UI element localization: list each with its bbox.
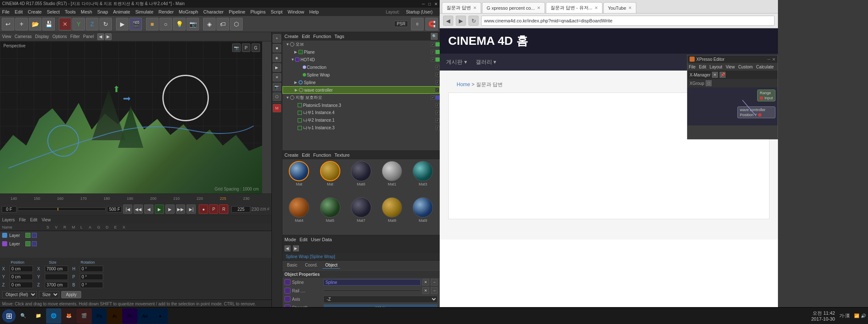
- menu-edit[interactable]: Edit: [15, 9, 23, 14]
- skip-end-btn[interactable]: ▶|: [186, 204, 196, 214]
- attr-spline-arrow[interactable]: →: [431, 279, 438, 286]
- select-x[interactable]: ✕: [59, 18, 71, 30]
- forward-btn[interactable]: ▶: [456, 16, 466, 26]
- undo-btn[interactable]: ↩: [2, 18, 14, 30]
- xpresso-menu-calculate[interactable]: Calculate: [756, 65, 774, 69]
- apply-button[interactable]: Apply: [61, 291, 81, 298]
- rot-p-input[interactable]: [80, 274, 103, 280]
- cb-new[interactable]: +: [273, 34, 281, 43]
- attr-spline-value[interactable]: Spline: [323, 279, 421, 286]
- mat-item-mat5[interactable]: Mat5: [315, 197, 345, 233]
- vc-cam[interactable]: 📷: [232, 44, 241, 52]
- cb-light[interactable]: ☀: [273, 73, 281, 82]
- render-btn[interactable]: 🎬: [129, 18, 142, 30]
- xpresso-menu-layout[interactable]: Layout: [709, 65, 722, 69]
- browser-taskbar-btn[interactable]: 🌐: [46, 308, 61, 324]
- menu-render[interactable]: Render: [159, 9, 174, 14]
- menu-plugins[interactable]: Plugins: [250, 9, 266, 14]
- maximize-btn[interactable]: □: [428, 2, 431, 6]
- mat-item-mat3[interactable]: Mat3: [408, 161, 438, 196]
- menu-mograph[interactable]: MoGraph: [179, 9, 198, 14]
- xpresso-menu-custom[interactable]: Custom: [738, 65, 753, 69]
- c4d-taskbar-btn[interactable]: 🎬: [77, 308, 92, 324]
- vis-plane[interactable]: ✓: [431, 50, 435, 54]
- cb-deform[interactable]: ⬡: [273, 93, 281, 101]
- browser-tab-3[interactable]: 질문과 답변 - 유저... ✕: [546, 2, 602, 13]
- mat-edit-menu[interactable]: Edit: [302, 152, 310, 158]
- mat-texture-menu[interactable]: Texture: [334, 152, 350, 158]
- layers-view-menu[interactable]: View: [41, 218, 51, 222]
- obj-function-menu[interactable]: Function: [313, 34, 331, 39]
- mat-function-menu[interactable]: Function: [313, 152, 331, 158]
- attr-back-btn[interactable]: ◀: [285, 245, 290, 251]
- vis-splinewrap[interactable]: ✓: [435, 73, 440, 77]
- rot-h-input[interactable]: [80, 266, 103, 272]
- ae-btn[interactable]: Ae: [137, 308, 153, 324]
- layer-item-1[interactable]: Layer: [0, 231, 271, 240]
- expand-obre[interactable]: ▼: [286, 42, 289, 46]
- xgroup-btn[interactable]: □: [706, 80, 712, 86]
- viewport-3d[interactable]: ⮕ ⬆ Perspective Grid Spacing : 1000 cm 📷…: [0, 41, 262, 193]
- range-node[interactable]: Range Input: [757, 90, 775, 101]
- flag-s-1[interactable]: [25, 233, 30, 238]
- flag-v-2[interactable]: [32, 241, 37, 246]
- viewport-back-btn[interactable]: ◀: [97, 33, 104, 40]
- light-btn[interactable]: 💡: [173, 18, 186, 30]
- cb-camera[interactable]: 📷: [273, 83, 281, 91]
- expand-spline[interactable]: ▶: [294, 80, 298, 84]
- new-btn[interactable]: +: [15, 18, 28, 30]
- skip-start-btn[interactable]: |◀: [123, 204, 132, 214]
- attr-axis-select[interactable]: -Z: [323, 296, 438, 303]
- cb-maxon[interactable]: M: [273, 104, 281, 112]
- sphere-btn[interactable]: ○: [159, 18, 172, 30]
- wave-controller-node[interactable]: wave controller Position Y: [737, 106, 775, 118]
- prev-frame-btn[interactable]: ◀: [144, 204, 153, 214]
- attr-rail-arrow[interactable]: →: [431, 287, 438, 294]
- refresh-btn[interactable]: ↻: [468, 16, 479, 26]
- timeline-scrubber[interactable]: [18, 207, 106, 211]
- menu-tools[interactable]: Tools: [65, 9, 76, 14]
- display-menu[interactable]: Display: [35, 34, 49, 39]
- layers-edit-menu[interactable]: Edit: [30, 218, 37, 222]
- attr-spline-clear[interactable]: ✕: [422, 279, 429, 286]
- minimize-btn[interactable]: ─: [422, 2, 425, 6]
- open-btn[interactable]: 📂: [29, 18, 41, 30]
- obj-item-platonic5[interactable]: Platonic5 Instance.3 ✓: [282, 101, 440, 109]
- xpresso-menu-view[interactable]: View: [726, 65, 735, 69]
- mat-item-mat9[interactable]: Mat9: [408, 197, 438, 233]
- close-btn[interactable]: ✕: [434, 2, 438, 6]
- x-manager-pin[interactable]: 📌: [720, 72, 726, 78]
- vis-correction[interactable]: ✓: [435, 65, 440, 69]
- xpresso-menu-edit[interactable]: Edit: [699, 65, 706, 69]
- vc-persp[interactable]: P: [242, 44, 250, 52]
- expand-hot4d[interactable]: ▼: [291, 57, 294, 62]
- vis-obre[interactable]: ✓: [431, 42, 435, 46]
- mat-item-mat4[interactable]: Mat4: [284, 197, 314, 233]
- menu-simulate[interactable]: Simulate: [135, 9, 153, 14]
- obj-item-hot4d[interactable]: ▼ HOT4D ✓: [282, 56, 440, 63]
- vis-tree2[interactable]: ✓: [435, 118, 440, 123]
- obj-item-wave-controller[interactable]: ▶ wave controller ✓: [282, 86, 440, 94]
- obj-item-terrain[interactable]: ▼ 지형 보호하오 ✓: [282, 94, 440, 101]
- x-manager-close[interactable]: ✕: [712, 72, 718, 78]
- browser-tab-1[interactable]: 질문과 답변 ✕: [442, 2, 481, 13]
- xpresso-minimize[interactable]: ─: [767, 57, 770, 62]
- cb-texture[interactable]: ■: [273, 44, 281, 52]
- menu-select[interactable]: Select: [47, 9, 60, 14]
- menu-create[interactable]: Create: [28, 9, 42, 14]
- record-pos-btn[interactable]: P: [209, 204, 218, 214]
- another-btn[interactable]: ●: [153, 308, 168, 324]
- tab-basic[interactable]: Basic: [285, 262, 300, 269]
- render-preview[interactable]: ▶: [116, 18, 129, 30]
- size-mode-select[interactable]: Size: [39, 291, 59, 298]
- obj-item-tree2[interactable]: 나무2 Instance.1 ✓: [282, 117, 440, 124]
- firefox-btn[interactable]: 🦊: [61, 308, 77, 324]
- mat-item-mat6[interactable]: Mat6: [346, 161, 376, 196]
- panel-menu[interactable]: Panel: [83, 34, 94, 39]
- mat-item-1[interactable]: Mat: [284, 161, 314, 196]
- save-btn[interactable]: 💾: [42, 18, 55, 30]
- xpresso-menu-file[interactable]: File: [689, 65, 695, 69]
- end-frame-input[interactable]: [107, 206, 122, 212]
- expand-plane[interactable]: ▶: [294, 50, 298, 54]
- layer-item-2[interactable]: Layer: [0, 240, 271, 248]
